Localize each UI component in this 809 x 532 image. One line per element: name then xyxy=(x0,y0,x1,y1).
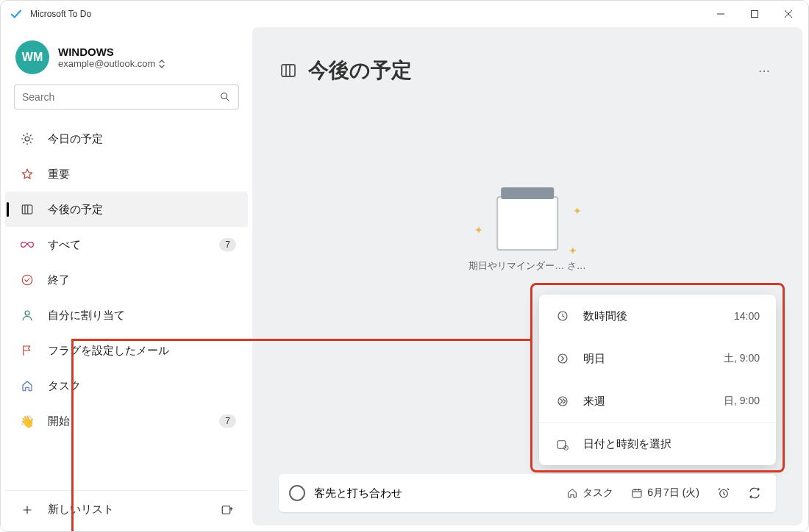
search-icon xyxy=(219,91,231,103)
main-panel: 今後の予定 ⋯ ✦✦✦ 期日やリマインダー… さ… 数時間後 14:00 xyxy=(252,27,802,525)
nav-label: 今日の予定 xyxy=(48,132,236,146)
due-date-chip[interactable]: 6月7日 (火) xyxy=(627,484,704,503)
repeat-icon xyxy=(748,486,761,500)
reminder-option-tomorrow[interactable]: 明日 土, 9:00 xyxy=(539,337,776,380)
home-icon xyxy=(566,487,578,499)
app-icon xyxy=(10,7,23,21)
nav-item-flagged[interactable]: フラグを設定したメール xyxy=(5,333,248,368)
check-circle-icon xyxy=(20,273,35,287)
nav-label: 今後の予定 xyxy=(48,203,236,217)
planned-icon xyxy=(279,61,298,80)
person-icon xyxy=(20,308,35,323)
titlebar: Microsoft To Do xyxy=(1,1,808,27)
svg-line-11 xyxy=(24,135,24,136)
chevron-updown-icon xyxy=(158,60,165,68)
reminder-popup: 数時間後 14:00 明日 土, 9:00 来週 日, 9:00 日付と時刻を選… xyxy=(539,295,776,465)
svg-rect-33 xyxy=(632,489,641,497)
alarm-icon xyxy=(717,486,730,500)
svg-point-19 xyxy=(25,311,29,315)
calendar-illustration: ✦✦✦ xyxy=(491,187,564,254)
reminder-label: 数時間後 xyxy=(583,309,721,323)
svg-point-6 xyxy=(25,137,29,141)
window-title: Microsoft To Do xyxy=(30,9,91,19)
reminder-time: 14:00 xyxy=(734,310,760,322)
sun-icon xyxy=(20,132,35,146)
empty-caption: 期日やリマインダー… さ… xyxy=(468,259,586,273)
reminder-option-next-week[interactable]: 来週 日, 9:00 xyxy=(539,380,776,423)
svg-point-29 xyxy=(558,354,567,363)
nav-label: 重要 xyxy=(48,168,236,181)
svg-line-13 xyxy=(24,142,24,143)
reminder-label: 来週 xyxy=(583,395,710,409)
svg-rect-25 xyxy=(282,65,295,76)
svg-rect-1 xyxy=(752,11,758,18)
nav-list: 今日の予定 重要 今後の予定 すべて 7 終了 自分に割り当て xyxy=(5,115,248,490)
new-list-button[interactable]: 新しいリスト xyxy=(48,503,204,517)
clock-later-icon xyxy=(555,309,570,323)
calendar-clock-icon xyxy=(555,437,570,452)
avatar: WM xyxy=(15,40,49,74)
add-task-input[interactable] xyxy=(314,487,553,500)
wave-emoji-icon: 👋 xyxy=(20,414,35,428)
nav-item-today[interactable]: 今日の予定 xyxy=(5,121,248,157)
svg-line-5 xyxy=(227,98,229,101)
search-input[interactable] xyxy=(22,91,219,103)
add-task-bar[interactable]: タスク 6月7日 (火) xyxy=(279,474,776,512)
task-list-chip[interactable]: タスク xyxy=(562,484,618,503)
nav-item-getting-started[interactable]: 👋 開始 7 xyxy=(5,403,248,439)
svg-line-12 xyxy=(30,142,31,143)
reminder-label: 日付と時刻を選択 xyxy=(583,437,760,451)
reminder-option-later-today[interactable]: 数時間後 14:00 xyxy=(539,295,776,337)
nav-item-completed[interactable]: 終了 xyxy=(5,262,248,298)
account-name: WINDOWS xyxy=(58,46,165,58)
nav-label: 開始 xyxy=(48,414,206,428)
nav-item-tasks[interactable]: タスク xyxy=(5,368,248,403)
reminder-label: 明日 xyxy=(583,352,710,366)
arrow-circle-icon xyxy=(555,351,570,366)
reminder-time: 土, 9:00 xyxy=(724,352,760,365)
search-box[interactable] xyxy=(14,85,239,109)
nav-label: 自分に割り当て xyxy=(48,309,236,323)
svg-rect-31 xyxy=(557,440,566,448)
maximize-button[interactable] xyxy=(738,2,771,26)
infinity-icon xyxy=(20,237,35,252)
nav-label: すべて xyxy=(48,238,206,252)
double-arrow-circle-icon xyxy=(555,394,570,409)
repeat-chip[interactable] xyxy=(744,484,766,503)
planned-icon xyxy=(20,202,35,217)
task-circle-icon xyxy=(289,485,305,501)
svg-rect-15 xyxy=(22,205,32,214)
svg-point-4 xyxy=(221,93,227,99)
more-button[interactable]: ⋯ xyxy=(752,59,776,82)
home-icon xyxy=(20,378,35,393)
reminder-time: 日, 9:00 xyxy=(724,395,760,408)
account-switcher[interactable]: WM WINDOWS example@outlook.com xyxy=(5,35,248,85)
empty-state: ✦✦✦ 期日やリマインダー… さ… xyxy=(468,187,586,273)
plus-icon xyxy=(20,503,35,517)
nav-label: フラグを設定したメール xyxy=(48,344,236,358)
svg-point-18 xyxy=(22,275,32,285)
nav-item-all[interactable]: すべて 7 xyxy=(5,227,248,262)
account-email: example@outlook.com xyxy=(58,58,165,69)
minimize-button[interactable] xyxy=(704,2,738,26)
close-button[interactable] xyxy=(771,2,805,26)
count-badge: 7 xyxy=(219,238,236,251)
nav-item-assigned[interactable]: 自分に割り当て xyxy=(5,298,248,333)
nav-item-important[interactable]: 重要 xyxy=(5,157,248,192)
nav-label: タスク xyxy=(48,379,236,393)
sidebar: WM WINDOWS example@outlook.com 今日の予定 xyxy=(1,27,252,532)
calendar-icon xyxy=(631,487,643,499)
svg-line-14 xyxy=(30,135,31,136)
star-icon xyxy=(20,167,35,181)
reminder-option-pick-datetime[interactable]: 日付と時刻を選択 xyxy=(539,423,776,465)
sidebar-footer: 新しいリスト xyxy=(5,490,248,528)
page-title: 今後の予定 xyxy=(308,57,742,85)
add-group-button[interactable] xyxy=(217,500,238,520)
nav-label: 終了 xyxy=(48,273,236,287)
nav-item-planned[interactable]: 今後の予定 xyxy=(5,192,248,227)
flag-icon xyxy=(20,343,35,358)
reminder-chip[interactable] xyxy=(713,484,735,503)
svg-rect-22 xyxy=(222,506,230,514)
count-badge: 7 xyxy=(219,414,236,428)
